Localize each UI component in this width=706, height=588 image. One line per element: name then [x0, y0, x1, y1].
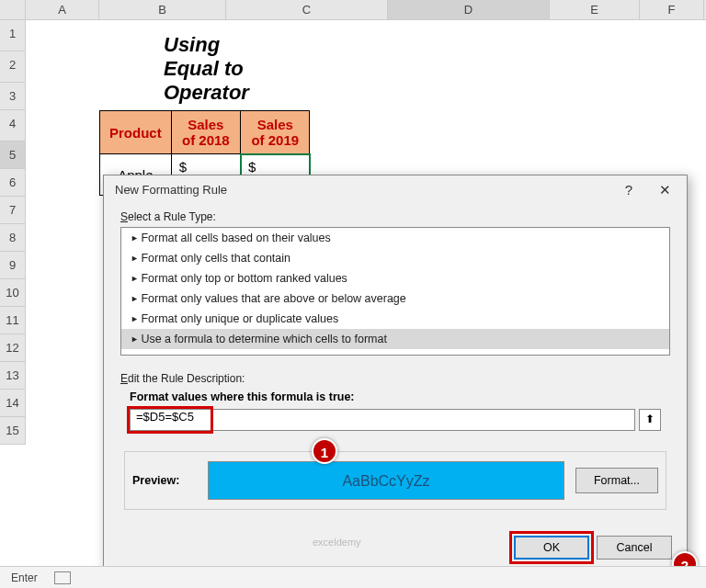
header-sales-2018[interactable]: Sales of 2018	[171, 111, 240, 154]
row-header-6[interactable]: 6	[0, 169, 25, 197]
col-header-B[interactable]: B	[99, 0, 226, 19]
row-header-5[interactable]: 5	[0, 141, 25, 169]
row-header-13[interactable]: 13	[0, 362, 25, 390]
formula-input[interactable]: =$D5=$C5	[130, 409, 635, 431]
rule-option[interactable]: Format all cells based on their values	[121, 228, 669, 248]
status-bar: Enter	[0, 566, 706, 588]
format-button[interactable]: Format...	[575, 468, 658, 493]
row-header-11[interactable]: 11	[0, 307, 25, 334]
row-header-9[interactable]: 9	[0, 252, 25, 279]
dialog-title-text: New Formatting Rule	[115, 183, 227, 197]
rule-type-list[interactable]: Format all cells based on their values F…	[120, 227, 670, 356]
page-title: Using Equal to Operator	[164, 33, 249, 105]
edit-description-label: Edit the Rule Description:	[120, 372, 670, 385]
row-header-12[interactable]: 12	[0, 334, 25, 362]
rule-option[interactable]: Format only values that are above or bel…	[121, 288, 669, 309]
row-header-7[interactable]: 7	[0, 197, 25, 224]
row-headers: 1 2 3 4 5 6 7 8 9 10 11 12 13 14 15	[0, 20, 26, 445]
header-sales-2019[interactable]: Sales of 2019	[241, 111, 310, 154]
row-header-10[interactable]: 10	[0, 279, 25, 307]
cancel-button[interactable]: Cancel	[597, 536, 672, 560]
help-button[interactable]: ?	[615, 175, 643, 205]
close-button[interactable]: ✕	[648, 175, 681, 205]
status-mode: Enter	[11, 571, 38, 584]
row-header-8[interactable]: 8	[0, 224, 25, 252]
rule-option[interactable]: Format only unique or duplicate values	[121, 309, 669, 329]
rule-option[interactable]: Format only top or bottom ranked values	[121, 268, 669, 288]
rule-option[interactable]: Format only cells that contain	[121, 248, 669, 268]
col-header-C[interactable]: C	[226, 0, 388, 19]
col-header-A[interactable]: A	[26, 0, 99, 19]
column-headers: A B C D E F	[0, 0, 706, 20]
col-header-E[interactable]: E	[550, 0, 640, 19]
row-header-3[interactable]: 3	[0, 83, 25, 110]
preview-label: Preview:	[132, 474, 197, 487]
row-header-1[interactable]: 1	[0, 20, 25, 51]
rule-type-label: Select a Rule Type:	[120, 210, 670, 223]
col-header-D[interactable]: D	[388, 0, 550, 19]
header-product[interactable]: Product	[100, 111, 172, 154]
col-header-F[interactable]: F	[640, 0, 704, 19]
row-header-2[interactable]: 2	[0, 51, 25, 83]
macro-recorder-icon[interactable]	[54, 571, 71, 584]
watermark: exceldemy	[313, 537, 361, 548]
row-header-15[interactable]: 15	[0, 417, 25, 445]
formula-label: Format values where this formula is true…	[130, 390, 670, 403]
row-header-14[interactable]: 14	[0, 390, 25, 417]
collapse-dialog-icon[interactable]: ⬆	[639, 409, 661, 431]
preview-sample: AaBbCcYyZz	[208, 461, 564, 500]
preview-section: Preview: AaBbCcYyZz Format...	[124, 451, 666, 510]
select-all-corner[interactable]	[0, 0, 26, 19]
ok-button[interactable]: OK	[514, 536, 589, 560]
new-formatting-rule-dialog: New Formatting Rule ? ✕ Select a Rule Ty…	[103, 175, 688, 570]
row-header-4[interactable]: 4	[0, 110, 25, 141]
dialog-titlebar[interactable]: New Formatting Rule ? ✕	[104, 175, 687, 205]
callout-1: 1	[312, 438, 337, 464]
rule-option-selected[interactable]: Use a formula to determine which cells t…	[121, 329, 669, 349]
